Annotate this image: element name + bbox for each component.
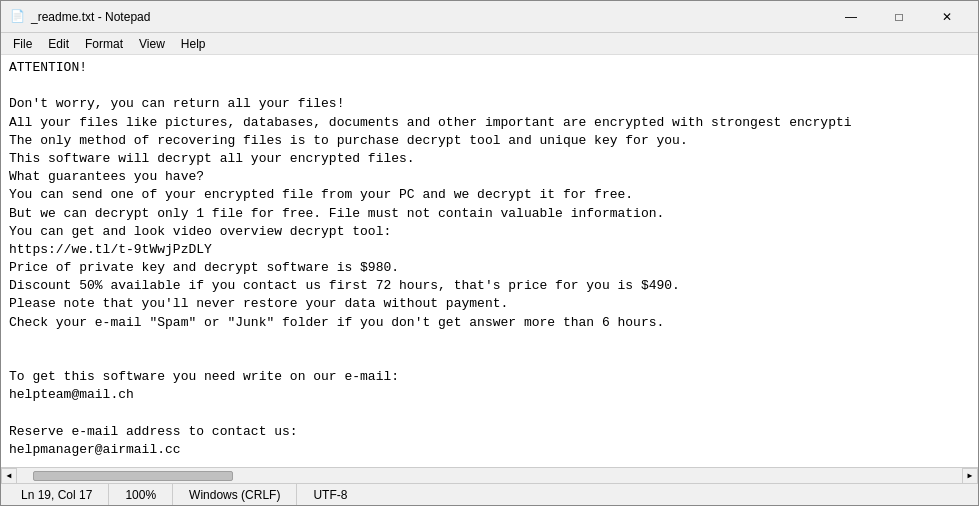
encoding: UTF-8 — [297, 484, 363, 505]
text-editor[interactable] — [1, 55, 978, 467]
menu-file[interactable]: File — [5, 35, 40, 53]
scroll-thumb[interactable] — [33, 471, 233, 481]
status-bar: Ln 19, Col 17 100% Windows (CRLF) UTF-8 — [1, 483, 978, 505]
app-icon: 📄 — [9, 9, 25, 25]
menu-view[interactable]: View — [131, 35, 173, 53]
window-controls: — □ ✕ — [828, 1, 970, 33]
zoom-level: 100% — [109, 484, 173, 505]
line-ending: Windows (CRLF) — [173, 484, 297, 505]
close-button[interactable]: ✕ — [924, 1, 970, 33]
editor-area — [1, 55, 978, 467]
window-title: _readme.txt - Notepad — [31, 10, 828, 24]
menu-edit[interactable]: Edit — [40, 35, 77, 53]
scroll-track — [33, 471, 946, 481]
notepad-window: 📄 _readme.txt - Notepad — □ ✕ File Edit … — [0, 0, 979, 506]
maximize-button[interactable]: □ — [876, 1, 922, 33]
menu-bar: File Edit Format View Help — [1, 33, 978, 55]
scroll-right-button[interactable]: ▶ — [962, 468, 978, 484]
cursor-position: Ln 19, Col 17 — [5, 484, 109, 505]
menu-format[interactable]: Format — [77, 35, 131, 53]
menu-help[interactable]: Help — [173, 35, 214, 53]
horizontal-scrollbar[interactable]: ◀ ▶ — [1, 467, 978, 483]
minimize-button[interactable]: — — [828, 1, 874, 33]
scroll-left-button[interactable]: ◀ — [1, 468, 17, 484]
title-bar: 📄 _readme.txt - Notepad — □ ✕ — [1, 1, 978, 33]
